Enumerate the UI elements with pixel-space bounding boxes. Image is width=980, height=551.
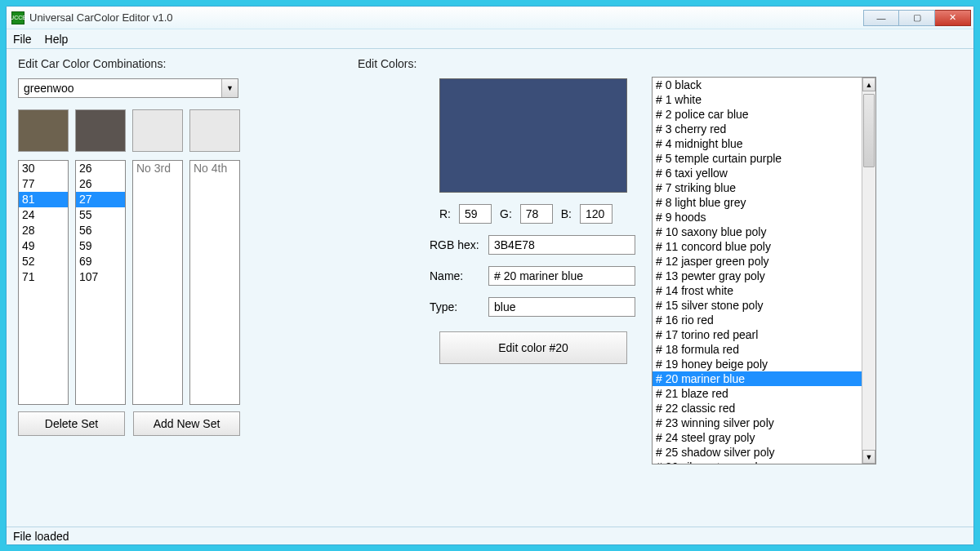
color-list-item[interactable]: # 16 rio red — [653, 313, 862, 327]
color-list-item[interactable]: # 5 temple curtain purple — [653, 151, 862, 166]
chevron-down-icon[interactable]: ▼ — [221, 79, 238, 97]
list-secondary[interactable]: 26262755565969107 — [75, 160, 126, 405]
list-item[interactable]: 81 — [19, 192, 68, 207]
type-label: Type: — [430, 300, 482, 313]
menu-help[interactable]: Help — [45, 33, 69, 46]
list-primary[interactable]: 3077812428495271 — [18, 160, 69, 405]
name-label: Name: — [430, 269, 482, 282]
delete-set-button[interactable]: Delete Set — [18, 411, 125, 436]
type-input[interactable] — [488, 297, 635, 317]
color-list-item[interactable]: # 8 light blue grey — [653, 195, 862, 210]
scroll-thumb[interactable] — [863, 94, 875, 167]
scroll-up-icon[interactable]: ▲ — [862, 78, 875, 91]
name-input[interactable] — [488, 266, 635, 286]
swatch-4[interactable] — [189, 109, 240, 152]
status-text: File loaded — [13, 530, 69, 543]
color-list-item[interactable]: # 25 shadow silver poly — [653, 445, 862, 460]
app-window: UCCE Universal CarColor Editor v1.0 — ▢ … — [6, 6, 974, 545]
list-item[interactable]: 26 — [76, 161, 125, 176]
left-heading: Edit Car Color Combinations: — [18, 57, 247, 70]
r-input[interactable] — [459, 204, 492, 224]
minimize-button[interactable]: — — [863, 10, 899, 26]
color-list-item[interactable]: # 23 winning silver poly — [653, 415, 862, 430]
list-item[interactable]: 77 — [19, 176, 68, 192]
color-list-item[interactable]: # 19 honey beige poly — [653, 357, 862, 371]
color-list-item[interactable]: # 1 white — [653, 92, 862, 107]
add-new-set-button[interactable]: Add New Set — [133, 411, 240, 436]
edit-color-button[interactable]: Edit color #20 — [439, 331, 627, 364]
menubar: File Help — [7, 29, 973, 49]
list-tertiary[interactable]: No 3rd — [132, 160, 183, 405]
g-input[interactable] — [520, 204, 553, 224]
list-item[interactable]: 56 — [76, 223, 125, 238]
scrollbar[interactable]: ▲ ▼ — [862, 78, 875, 464]
color-list-item[interactable]: # 4 midnight blue — [653, 136, 862, 151]
list-item[interactable]: 69 — [76, 254, 125, 269]
list-item[interactable]: 24 — [19, 207, 68, 223]
b-label: B: — [561, 207, 572, 220]
color-preview — [439, 78, 627, 193]
list-item[interactable]: 26 — [76, 176, 125, 192]
swatch-1[interactable] — [18, 109, 69, 152]
color-list-item[interactable]: # 26 silver stone poly — [653, 460, 862, 464]
car-select-input[interactable] — [19, 79, 221, 97]
color-list-item[interactable]: # 12 jasper green poly — [653, 254, 862, 269]
color-list-item[interactable]: # 24 steel gray poly — [653, 430, 862, 445]
list-item[interactable]: 71 — [19, 269, 68, 285]
list-item[interactable]: 52 — [19, 254, 68, 269]
scroll-down-icon[interactable]: ▼ — [862, 450, 875, 464]
list3-placeholder: No 3rd — [133, 161, 182, 176]
g-label: G: — [500, 207, 512, 220]
list-item[interactable]: 27 — [76, 192, 125, 207]
color-list-item[interactable]: # 7 striking blue — [653, 180, 862, 195]
list-item[interactable]: 107 — [76, 269, 125, 285]
color-list-item[interactable]: # 15 silver stone poly — [653, 298, 862, 313]
hex-label: RGB hex: — [430, 238, 482, 251]
mid-heading: Edit Colors: — [358, 57, 635, 70]
list-quaternary[interactable]: No 4th — [189, 160, 240, 405]
client-area: Edit Car Color Combinations: ▼ 307781242… — [7, 49, 973, 527]
close-button[interactable]: ✕ — [935, 10, 971, 26]
swatch-2[interactable] — [75, 109, 126, 152]
color-list-item[interactable]: # 14 frost white — [653, 283, 862, 298]
list-item[interactable]: 49 — [19, 238, 68, 254]
list-item[interactable]: 30 — [19, 161, 68, 176]
color-list-item[interactable]: # 3 cherry red — [653, 122, 862, 136]
window-title: Universal CarColor Editor v1.0 — [29, 11, 173, 24]
b-input[interactable] — [580, 204, 612, 224]
color-list-item[interactable]: # 17 torino red pearl — [653, 327, 862, 342]
list4-placeholder: No 4th — [190, 161, 239, 176]
color-list-item[interactable]: # 20 mariner blue — [653, 371, 862, 386]
titlebar: UCCE Universal CarColor Editor v1.0 — ▢ … — [7, 7, 973, 29]
r-label: R: — [439, 207, 451, 220]
color-list-item[interactable]: # 18 formula red — [653, 342, 862, 357]
color-list-item[interactable]: # 9 hoods — [653, 210, 862, 224]
color-list-item[interactable]: # 11 concord blue poly — [653, 239, 862, 254]
color-list-item[interactable]: # 22 classic red — [653, 401, 862, 415]
car-select-combo[interactable]: ▼ — [18, 78, 238, 98]
color-list[interactable]: # 0 black# 1 white# 2 police car blue# 3… — [652, 77, 876, 464]
color-list-item[interactable]: # 13 pewter gray poly — [653, 269, 862, 283]
menu-file[interactable]: File — [13, 33, 32, 46]
statusbar: File loaded — [7, 527, 973, 544]
list-item[interactable]: 55 — [76, 207, 125, 223]
color-list-item[interactable]: # 10 saxony blue poly — [653, 224, 862, 239]
list-item[interactable]: 28 — [19, 223, 68, 238]
maximize-button[interactable]: ▢ — [899, 10, 935, 26]
color-list-item[interactable]: # 2 police car blue — [653, 107, 862, 122]
color-list-item[interactable]: # 0 black — [653, 78, 862, 92]
list-item[interactable]: 59 — [76, 238, 125, 254]
hex-input[interactable] — [488, 235, 635, 255]
app-icon: UCCE — [11, 11, 24, 24]
color-list-item[interactable]: # 6 taxi yellow — [653, 166, 862, 180]
swatch-3[interactable] — [132, 109, 183, 152]
color-list-item[interactable]: # 21 blaze red — [653, 386, 862, 401]
